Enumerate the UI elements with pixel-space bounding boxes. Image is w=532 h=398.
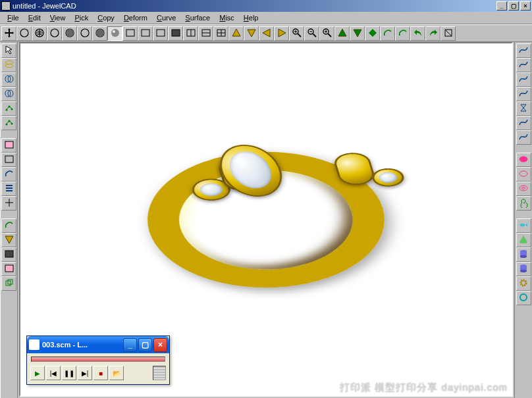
- arc-blue-button[interactable]: [1, 167, 16, 182]
- rect-pink-button[interactable]: [1, 138, 16, 153]
- arc-open-button[interactable]: [1, 218, 16, 233]
- player-titlebar[interactable]: 003.scm - L... _ ▢ ×: [27, 336, 169, 353]
- fish-button[interactable]: [516, 218, 531, 233]
- toolbar-left: [0, 42, 18, 398]
- sphere-wire-button[interactable]: [47, 26, 62, 41]
- cross-button[interactable]: [1, 196, 16, 211]
- undo-button[interactable]: [410, 26, 425, 41]
- rect-solid-button[interactable]: [168, 26, 183, 41]
- cyl-v-button[interactable]: [516, 247, 531, 262]
- close-button[interactable]: ×: [520, 1, 531, 11]
- rings-stack-button[interactable]: [1, 87, 16, 101]
- diamond-g-button[interactable]: [365, 26, 380, 41]
- hourglass-button[interactable]: [516, 101, 531, 116]
- tri-dn-g-button[interactable]: [350, 26, 365, 41]
- arc-open-icon: [4, 220, 14, 232]
- globe-button[interactable]: [32, 26, 47, 41]
- ellipse-solid-button[interactable]: [516, 153, 531, 167]
- tri-up-y-button[interactable]: [228, 26, 244, 41]
- toolbar-top: [0, 24, 532, 42]
- arc-cw-button[interactable]: [395, 26, 410, 41]
- sphere-shade-button[interactable]: [62, 26, 77, 41]
- player-pause-button[interactable]: ❚❚: [62, 366, 76, 380]
- menu-edit[interactable]: Edit: [24, 12, 45, 23]
- menu-pick[interactable]: Pick: [70, 12, 93, 23]
- torus-button[interactable]: [516, 182, 531, 196]
- wave-button[interactable]: [516, 72, 531, 87]
- rect-solid-pk-button[interactable]: [1, 247, 16, 262]
- curve-rev-button[interactable]: [516, 58, 531, 72]
- rect-half-r-button[interactable]: [153, 26, 168, 41]
- player-volume-slider[interactable]: [153, 366, 166, 380]
- menu-misc[interactable]: Misc: [215, 12, 239, 23]
- maximize-button[interactable]: ▢: [508, 1, 519, 11]
- dots-green-button[interactable]: [1, 101, 16, 116]
- player-step-back-button[interactable]: |◀: [46, 366, 61, 380]
- rect-half-l-button[interactable]: [138, 26, 153, 41]
- zoom-window-button[interactable]: [319, 26, 334, 41]
- spiral-button[interactable]: [516, 196, 531, 211]
- minimize-button[interactable]: _: [496, 1, 507, 11]
- player-step-fwd-button[interactable]: ▶|: [78, 366, 92, 380]
- menu-deform[interactable]: Deform: [119, 12, 152, 23]
- cyl-h-button[interactable]: [516, 262, 531, 276]
- svg-line-33: [328, 34, 331, 37]
- curve-s-button[interactable]: [516, 43, 531, 58]
- render-button[interactable]: [107, 26, 122, 41]
- rect-blue-button[interactable]: [1, 153, 16, 167]
- mirror-v-button[interactable]: [516, 130, 531, 145]
- cone-button[interactable]: [516, 233, 531, 247]
- redo-button[interactable]: [425, 26, 440, 41]
- curve-z-button[interactable]: [516, 116, 531, 130]
- sphere-solid-button[interactable]: [92, 26, 107, 41]
- player-play-button[interactable]: ▶: [30, 366, 45, 380]
- split-h-button[interactable]: [198, 26, 213, 41]
- menu-file[interactable]: File: [3, 12, 24, 23]
- dup-green-button[interactable]: [1, 276, 16, 291]
- circle-select-button[interactable]: [16, 26, 32, 41]
- arc-blue-icon: [4, 168, 14, 180]
- menu-help[interactable]: Help: [239, 12, 263, 23]
- rect-outline-pk-button[interactable]: [1, 262, 16, 276]
- bars-button[interactable]: [1, 182, 16, 196]
- dots-curve-button[interactable]: [1, 116, 16, 130]
- tri-dn-button[interactable]: [1, 233, 16, 247]
- player-open-button[interactable]: 📂: [109, 366, 124, 380]
- menu-curve[interactable]: Curve: [152, 12, 180, 23]
- player-stop-button[interactable]: ■: [93, 366, 108, 380]
- svg-rect-13: [172, 30, 180, 36]
- arc-ccw-button[interactable]: [380, 26, 395, 41]
- player-window[interactable]: 003.scm - L... _ ▢ × ▶|◀❚❚▶|■📂: [26, 336, 170, 385]
- zoom-in-button[interactable]: [289, 26, 304, 41]
- split-4-button[interactable]: [213, 26, 228, 41]
- player-minimize-button[interactable]: _: [123, 338, 137, 352]
- player-close-button[interactable]: ×: [153, 338, 167, 352]
- split-v-button[interactable]: [183, 26, 198, 41]
- tri-dn-g-icon: [352, 28, 363, 39]
- gear-button[interactable]: [516, 276, 531, 291]
- loop-button[interactable]: [516, 87, 531, 101]
- zoom-out-button[interactable]: [304, 26, 319, 41]
- tri-dn-y-button[interactable]: [244, 26, 259, 41]
- tri-rt-y-button[interactable]: [274, 26, 289, 41]
- player-progress[interactable]: [31, 357, 165, 362]
- menu-view[interactable]: View: [45, 12, 70, 23]
- tri-lt-y-button[interactable]: [259, 26, 274, 41]
- svg-point-76: [520, 294, 527, 301]
- ellipse-outline-button[interactable]: [516, 167, 531, 182]
- wire-toggle-button[interactable]: [440, 26, 456, 41]
- ellipses-button[interactable]: [1, 58, 16, 72]
- player-maximize-button[interactable]: ▢: [138, 338, 152, 352]
- select-arrow-button[interactable]: [1, 43, 16, 58]
- tri-up-g-button[interactable]: [334, 26, 350, 41]
- sphere-half-button[interactable]: [77, 26, 92, 41]
- rings-blue-button[interactable]: [1, 72, 16, 87]
- menu-surface[interactable]: Surface: [180, 12, 215, 23]
- ring-4-button[interactable]: [516, 291, 531, 305]
- app-icon: [1, 1, 11, 11]
- rect-outline-button[interactable]: [122, 26, 138, 41]
- move-button[interactable]: [1, 26, 16, 41]
- diamond-g-icon: [367, 28, 378, 39]
- rect-blue-icon: [4, 154, 14, 166]
- menu-copy[interactable]: Copy: [93, 12, 119, 23]
